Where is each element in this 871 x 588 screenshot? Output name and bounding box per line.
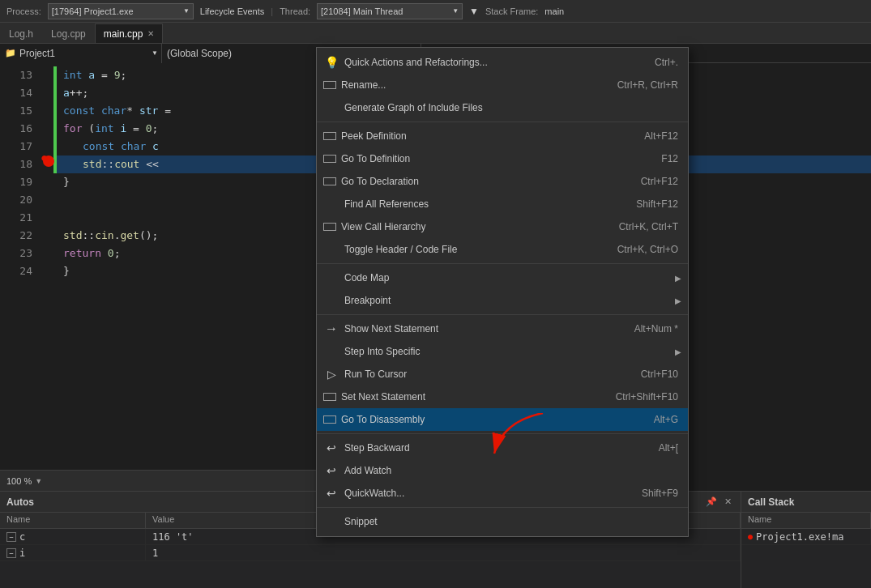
filter-icon: ▼ bbox=[469, 6, 479, 17]
step-back-label: Step Backward bbox=[344, 442, 654, 454]
menu-show-next-statement[interactable]: → Show Next Statement Alt+Num * bbox=[317, 317, 688, 340]
autos-row-1-value: 1 bbox=[146, 545, 741, 560]
zoom-value: 100 % bbox=[6, 476, 32, 486]
menu-quick-actions[interactable]: 💡 Quick Actions and Refactorings... Ctrl… bbox=[317, 51, 688, 74]
separator-3 bbox=[317, 314, 688, 315]
toggle-header-label: Toggle Header / Code File bbox=[344, 244, 613, 255]
call-stack-row-0-name: ● Project1.exe!ma bbox=[741, 529, 871, 544]
menu-toggle-header[interactable]: Toggle Header / Code File Ctrl+K, Ctrl+O bbox=[317, 238, 688, 261]
call-stack-row-0[interactable]: ● Project1.exe!ma bbox=[741, 529, 871, 545]
context-menu: 💡 Quick Actions and Refactorings... Ctrl… bbox=[316, 47, 689, 537]
autos-pin-btn[interactable]: 📌 bbox=[705, 496, 718, 509]
peek-def-label: Peek Definition bbox=[341, 130, 639, 142]
menu-quickwatch[interactable]: ↩ QuickWatch... Shift+F9 bbox=[317, 482, 688, 505]
toggle-header-icon bbox=[323, 241, 339, 258]
rename-shortcut: Ctrl+R, Ctrl+R bbox=[617, 79, 678, 91]
step-into-arrow: ▶ bbox=[675, 347, 681, 356]
toolbar: Process: [17964] Project1.exe Lifecycle … bbox=[0, 0, 871, 23]
menu-go-to-disassembly[interactable]: Go To Disassembly Alt+G bbox=[317, 408, 688, 431]
quickwatch-label: QuickWatch... bbox=[344, 488, 637, 499]
menu-step-backward[interactable]: ↩ Step Backward Alt+[ bbox=[317, 437, 688, 459]
stack-frame-label: Stack Frame: bbox=[485, 6, 538, 16]
tab-log-h[interactable]: Log.h bbox=[0, 23, 42, 43]
breakpoint-arrow: ▶ bbox=[675, 296, 681, 305]
process-value: [17964] Project1.exe bbox=[52, 6, 134, 16]
process-label: Process: bbox=[6, 6, 41, 16]
add-watch-icon: ↩ bbox=[323, 462, 339, 479]
menu-breakpoint[interactable]: Breakpoint ▶ bbox=[317, 289, 688, 312]
autos-title: Autos bbox=[6, 496, 34, 508]
green-change-bar bbox=[53, 66, 57, 173]
call-hier-shortcut: Ctrl+K, Ctrl+T bbox=[619, 221, 678, 232]
go-to-decl-icon bbox=[323, 177, 336, 185]
call-stack-table-header: Name bbox=[741, 513, 871, 529]
call-stack-icon: ● bbox=[748, 532, 753, 541]
breadcrumb-project[interactable]: 📁 Project1 bbox=[0, 44, 162, 63]
tab-log-cpp[interactable]: Log.cpp bbox=[42, 23, 95, 43]
tab-main-cpp[interactable]: main.cpp ✕ bbox=[95, 23, 164, 43]
show-next-shortcut: Alt+Num * bbox=[634, 323, 678, 334]
lifecycle-events-btn[interactable]: Lifecycle Events bbox=[200, 6, 264, 16]
menu-view-call-hierarchy[interactable]: View Call Hierarchy Ctrl+K, Ctrl+T bbox=[317, 215, 688, 238]
tab-main-cpp-close[interactable]: ✕ bbox=[147, 29, 154, 38]
snippet-icon bbox=[323, 513, 339, 530]
autos-row-1[interactable]: − i 1 bbox=[0, 545, 741, 561]
call-hier-label: View Call Hierarchy bbox=[341, 221, 614, 232]
menu-find-all-refs[interactable]: Find All References Shift+F12 bbox=[317, 193, 688, 215]
set-next-shortcut: Ctrl+Shift+F10 bbox=[616, 391, 678, 403]
generate-graph-icon bbox=[323, 100, 339, 116]
zoom-dropdown-icon: ▼ bbox=[35, 477, 42, 485]
go-to-decl-shortcut: Ctrl+F12 bbox=[641, 176, 678, 187]
run-cursor-label: Run To Cursor bbox=[344, 369, 636, 380]
menu-add-watch[interactable]: ↩ Add Watch bbox=[317, 459, 688, 482]
autos-close-btn[interactable]: ✕ bbox=[721, 496, 734, 509]
go-to-def-shortcut: F12 bbox=[661, 153, 678, 164]
rename-icon bbox=[323, 81, 336, 89]
breadcrumb-right: (Global Scope) bbox=[167, 48, 232, 59]
line-numbers: 13 14 15 16 17 18 19 20 21 22 23 24 bbox=[0, 63, 41, 491]
call-stack-header: Call Stack bbox=[741, 492, 871, 513]
snippet-label: Snippet bbox=[344, 516, 681, 527]
menu-go-to-definition[interactable]: Go To Definition F12 bbox=[317, 147, 688, 170]
autos-row-1-name: − i bbox=[0, 545, 146, 560]
menu-set-next-statement[interactable]: Set Next Statement Ctrl+Shift+F10 bbox=[317, 386, 688, 408]
generate-graph-label: Generate Graph of Include Files bbox=[344, 102, 681, 113]
menu-rename[interactable]: Rename... Ctrl+R, Ctrl+R bbox=[317, 74, 688, 96]
debug-arrow: ● bbox=[41, 151, 49, 165]
menu-step-into-specific[interactable]: Step Into Specific ▶ bbox=[317, 340, 688, 363]
go-to-disasm-icon bbox=[323, 415, 336, 424]
menu-code-map[interactable]: Code Map ▶ bbox=[317, 266, 688, 289]
quick-actions-label: Quick Actions and Refactorings... bbox=[344, 57, 650, 68]
separator-5 bbox=[317, 507, 688, 508]
thread-value: [21084] Main Thread bbox=[321, 6, 403, 16]
go-to-def-icon bbox=[323, 155, 336, 163]
show-next-label: Show Next Statement bbox=[344, 323, 630, 334]
menu-peek-definition[interactable]: Peek Definition Alt+F12 bbox=[317, 125, 688, 147]
thread-dropdown[interactable]: [21084] Main Thread bbox=[317, 3, 463, 19]
step-back-shortcut: Alt+[ bbox=[659, 442, 678, 454]
autos-row-0-expand[interactable]: − bbox=[6, 532, 16, 542]
quickwatch-icon: ↩ bbox=[323, 485, 339, 501]
autos-row-0-name: − c bbox=[0, 529, 146, 544]
autos-row-1-expand[interactable]: − bbox=[6, 548, 16, 558]
menu-run-to-cursor[interactable]: ▷ Run To Cursor Ctrl+F10 bbox=[317, 363, 688, 386]
set-next-icon bbox=[323, 393, 336, 401]
toggle-header-shortcut: Ctrl+K, Ctrl+O bbox=[617, 244, 678, 255]
find-refs-shortcut: Shift+F12 bbox=[636, 198, 678, 210]
menu-go-to-declaration[interactable]: Go To Declaration Ctrl+F12 bbox=[317, 170, 688, 193]
find-refs-label: Find All References bbox=[344, 198, 631, 210]
step-into-icon bbox=[323, 343, 339, 360]
separator-4 bbox=[317, 433, 688, 434]
menu-snippet[interactable]: Snippet bbox=[317, 510, 688, 533]
code-map-label: Code Map bbox=[344, 272, 670, 283]
gutter: ● bbox=[41, 63, 57, 491]
add-watch-label: Add Watch bbox=[344, 465, 681, 476]
menu-generate-graph[interactable]: Generate Graph of Include Files bbox=[317, 96, 688, 119]
tab-bar: Log.h Log.cpp main.cpp ✕ bbox=[0, 23, 871, 44]
code-map-arrow: ▶ bbox=[675, 274, 681, 283]
quickwatch-shortcut: Shift+F9 bbox=[642, 488, 678, 499]
process-dropdown[interactable]: [17964] Project1.exe bbox=[48, 3, 194, 19]
code-map-icon bbox=[323, 270, 339, 286]
breakpoint-icon bbox=[323, 292, 339, 309]
go-to-def-label: Go To Definition bbox=[341, 153, 656, 164]
